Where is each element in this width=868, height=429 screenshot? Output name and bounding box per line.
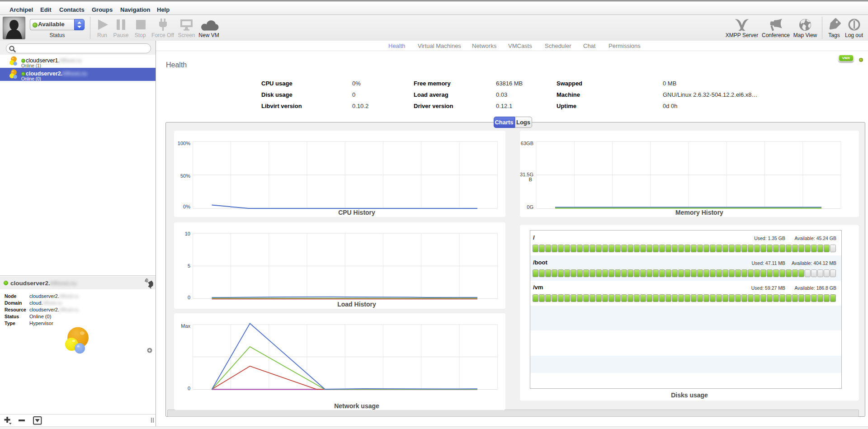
svg-text:63GB: 63GB xyxy=(521,141,533,146)
svg-text:0G: 0G xyxy=(527,204,533,210)
svg-text:Memory History: Memory History xyxy=(675,209,723,216)
svg-text:0: 0 xyxy=(187,386,190,391)
svg-text:50%: 50% xyxy=(180,173,190,179)
svg-text:5: 5 xyxy=(187,263,190,269)
svg-text:10: 10 xyxy=(184,231,190,236)
svg-text:B: B xyxy=(529,177,532,182)
svg-text:Max: Max xyxy=(181,323,190,329)
svg-text:31.5G: 31.5G xyxy=(520,172,533,177)
svg-text:CPU History: CPU History xyxy=(338,209,375,216)
svg-text:0: 0 xyxy=(187,295,190,300)
svg-text:Load History: Load History xyxy=(337,301,376,308)
svg-text:0%: 0% xyxy=(183,204,190,209)
svg-text:Network usage: Network usage xyxy=(334,402,379,409)
svg-text:100%: 100% xyxy=(177,141,190,146)
